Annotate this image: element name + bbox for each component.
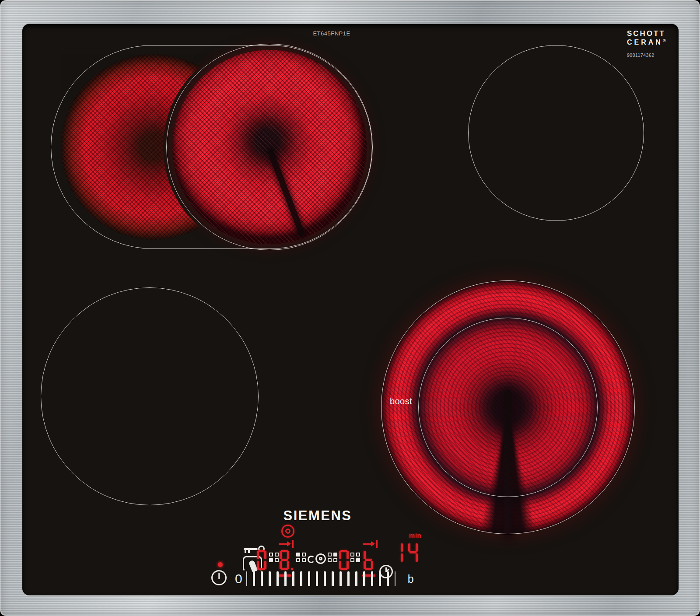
glass-surface: ET645FNP1E SCHOTT CERAN® 9001174362 boos… xyxy=(22,24,679,595)
schott-ceran-logo: SCHOTT CERAN® 9001174362 xyxy=(627,29,684,58)
front-left-zone-outline xyxy=(41,287,259,505)
filled-cell-top-right xyxy=(333,553,337,556)
model-number: ET645FNP1E xyxy=(288,30,375,37)
display-back-right xyxy=(339,550,349,570)
back-left-zone-circle-outline xyxy=(166,44,373,250)
boost-label: boost xyxy=(390,396,412,406)
filled-cell-bottom-right xyxy=(356,558,360,562)
schott-logo-line2: CERAN® xyxy=(627,38,684,46)
filled-cell-top-left xyxy=(296,553,300,556)
heatup-arrow-icon xyxy=(363,540,378,548)
zone-select-back-right[interactable] xyxy=(328,553,337,562)
dual-ring-indicator xyxy=(281,525,294,538)
zone-select-front-left[interactable] xyxy=(269,553,279,562)
dual-zone-icon[interactable] xyxy=(308,553,326,567)
inner-circle-shape xyxy=(319,557,322,560)
front-right-zone-inner-outline xyxy=(418,318,598,497)
display-front-right xyxy=(364,550,373,570)
zone-select-back-left[interactable] xyxy=(296,553,306,562)
slider-start-label: 0 xyxy=(235,571,242,587)
display-back-left xyxy=(280,550,293,570)
timer-unit-label: min xyxy=(393,532,421,539)
glass-serial-number: 9001174362 xyxy=(627,52,684,58)
slider-ticks xyxy=(246,571,396,586)
zone-select-front-right[interactable] xyxy=(350,553,360,562)
key-tooth xyxy=(245,550,246,553)
slider-end-label: b xyxy=(408,573,414,585)
standby-power-icon[interactable] xyxy=(211,570,227,585)
timer-value xyxy=(393,542,424,563)
registered-mark: ® xyxy=(663,38,666,43)
back-right-zone-outline xyxy=(468,45,644,221)
heatup-arrow-icon xyxy=(279,540,294,548)
timer-display: min xyxy=(393,532,424,563)
brand-logo: SIEMENS xyxy=(254,508,381,524)
key-tooth xyxy=(248,550,250,553)
oval-extension-shape xyxy=(308,556,315,563)
schott-logo-line1: SCHOTT xyxy=(627,29,684,38)
power-slider[interactable]: 0 b xyxy=(235,570,414,588)
ceramic-hob: ET645FNP1E SCHOTT CERAN® 9001174362 boos… xyxy=(0,0,700,616)
display-front-left xyxy=(257,550,266,570)
filled-cell-bottom-left xyxy=(269,558,273,562)
power-on-indicator-dot xyxy=(218,562,223,567)
